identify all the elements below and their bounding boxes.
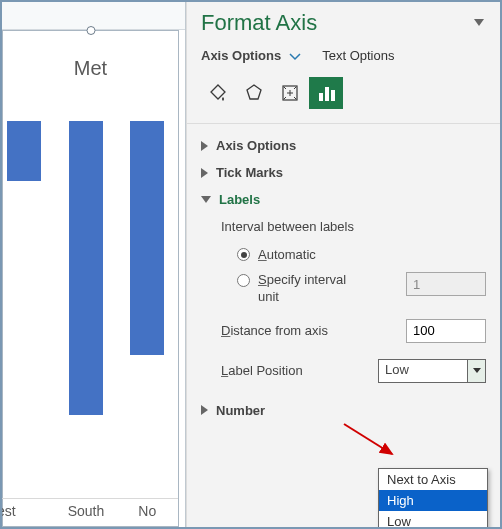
bar[interactable] xyxy=(69,121,103,415)
radio-specify-interval[interactable]: Specify interval unit xyxy=(221,267,486,311)
bar[interactable] xyxy=(130,121,164,355)
dropdown-option[interactable]: Next to Axis xyxy=(379,469,487,490)
chart-pane: Met estSouthNo xyxy=(2,2,186,527)
label-position-label: Label Position xyxy=(221,363,303,378)
chart-title[interactable]: Met xyxy=(3,57,178,80)
svg-marker-5 xyxy=(473,368,481,373)
svg-line-6 xyxy=(344,424,392,454)
pane-title: Format Axis xyxy=(201,10,317,36)
spreadsheet-header-sliver xyxy=(2,2,185,30)
expand-icon xyxy=(201,168,208,178)
chevron-down-icon[interactable] xyxy=(289,53,301,61)
x-tick-label: South xyxy=(55,499,116,526)
radio-automatic[interactable]: Automatic xyxy=(221,242,486,267)
svg-rect-4 xyxy=(331,90,335,101)
distance-from-axis-input[interactable] xyxy=(406,319,486,343)
interval-between-labels-label: Interval between labels xyxy=(221,213,486,242)
effects-icon[interactable] xyxy=(237,77,271,109)
svg-marker-0 xyxy=(247,85,261,99)
axis-options-icon[interactable] xyxy=(309,77,343,109)
label-position-dropdown-list[interactable]: Next to AxisHighLowNone xyxy=(378,468,488,529)
svg-rect-2 xyxy=(319,93,323,101)
chart-object[interactable]: Met estSouthNo xyxy=(2,30,179,527)
section-tick-marks[interactable]: Tick Marks xyxy=(201,159,486,186)
dropdown-arrow-icon[interactable] xyxy=(467,360,485,382)
section-axis-options[interactable]: Axis Options xyxy=(201,132,486,159)
pane-collapse-icon[interactable] xyxy=(472,19,486,27)
chart-plot-area[interactable] xyxy=(3,121,178,498)
tab-text-options[interactable]: Text Options xyxy=(322,48,394,63)
svg-rect-3 xyxy=(325,87,329,101)
tab-axis-options[interactable]: Axis Options xyxy=(201,48,281,63)
section-labels[interactable]: Labels xyxy=(201,186,486,213)
radio-icon xyxy=(237,274,250,287)
x-tick-label: est xyxy=(0,499,55,526)
interval-unit-input xyxy=(406,272,486,296)
category-icon-strip xyxy=(187,73,500,123)
collapse-icon xyxy=(201,196,211,203)
dropdown-option[interactable]: High xyxy=(379,490,487,511)
radio-icon xyxy=(237,248,250,261)
size-properties-icon[interactable] xyxy=(273,77,307,109)
bar[interactable] xyxy=(7,121,41,181)
annotation-arrow xyxy=(342,420,402,462)
dropdown-option[interactable]: Low xyxy=(379,511,487,529)
expand-icon xyxy=(201,141,208,151)
selection-handle-top[interactable] xyxy=(86,26,95,35)
expand-icon xyxy=(201,405,208,415)
x-axis[interactable]: estSouthNo xyxy=(0,498,178,526)
fill-line-icon[interactable] xyxy=(201,77,235,109)
label-position-dropdown[interactable]: Low xyxy=(378,359,486,383)
distance-from-axis-label: Distance from axis xyxy=(221,323,328,338)
x-tick-label: No xyxy=(117,499,178,526)
